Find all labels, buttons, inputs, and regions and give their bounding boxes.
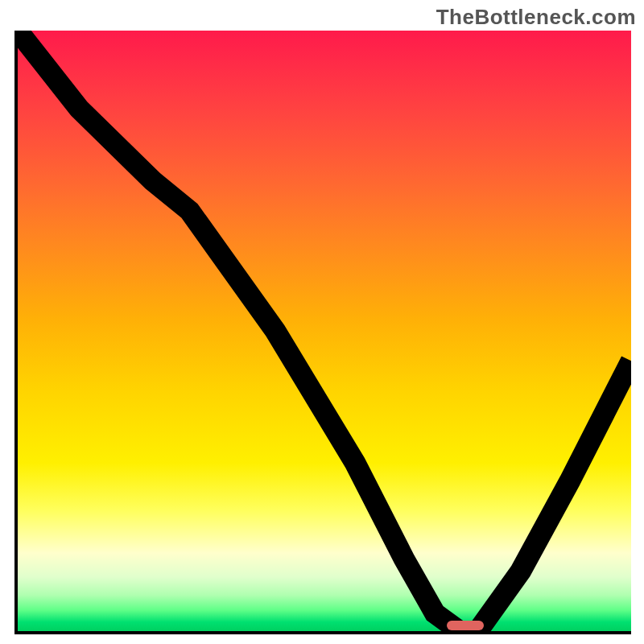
curve-path <box>18 31 631 631</box>
bottleneck-chart: TheBottleneck.com <box>0 0 644 644</box>
plot-area <box>14 31 631 634</box>
optimal-marker <box>447 621 484 630</box>
watermark-text: TheBottleneck.com <box>436 5 636 30</box>
bottleneck-curve <box>18 31 631 631</box>
